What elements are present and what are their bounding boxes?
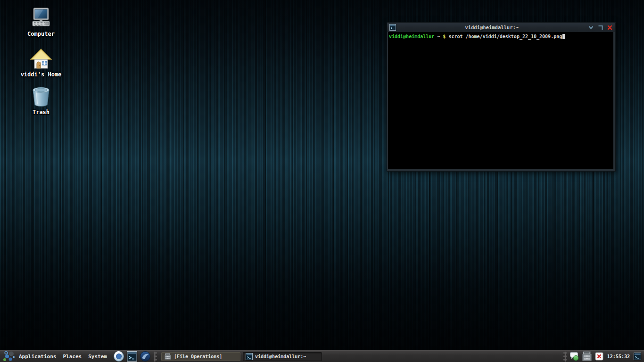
terminal-window: viddi@heimdallur:~ (387, 22, 616, 172)
desktop-icon-label: Computer (27, 31, 55, 37)
tray-alert[interactable] (595, 352, 603, 361)
trash-icon (32, 86, 50, 107)
computer-icon (30, 8, 52, 29)
terminal-cursor (562, 34, 565, 39)
launcher-terminal[interactable] (127, 351, 137, 362)
taskbar-item-terminal[interactable]: viddi@heimdallur:~ (243, 352, 322, 361)
chevron-down-icon (588, 25, 594, 31)
web-browser-icon (114, 351, 124, 362)
menu-places[interactable]: Places (59, 351, 85, 362)
terminal-titlebar[interactable]: viddi@heimdallur:~ (387, 23, 615, 32)
distro-logo-icon (2, 351, 15, 362)
taskbar-item-label: viddi@heimdallur:~ (255, 354, 306, 359)
launcher-web-browser[interactable] (114, 351, 124, 362)
desktop-icon-trash[interactable]: Trash (15, 86, 67, 115)
desktop-icon-label: viddi's Home (21, 71, 62, 78)
tray-messenger[interactable] (570, 352, 579, 361)
maximize-icon (597, 25, 603, 31)
messenger-bubble-icon (570, 352, 579, 361)
home-icon (30, 48, 52, 70)
file-operations-icon (164, 353, 172, 360)
prompt-user: viddi@heimdallur (389, 34, 434, 39)
terminal-content[interactable]: viddi@heimdallur~$scrot /home/viddi/desk… (388, 32, 613, 169)
file-cabinet-icon (581, 351, 593, 362)
workspace-pager[interactable] (633, 353, 642, 360)
alert-x-icon (595, 352, 603, 361)
main-menu-button[interactable] (2, 351, 15, 362)
tray-file-cabinet[interactable] (581, 351, 593, 362)
terminal-prompt-line: viddi@heimdallur~$scrot /home/viddi/desk… (389, 33, 612, 40)
launcher-network-app[interactable] (140, 351, 150, 362)
tray-handle[interactable] (563, 352, 567, 362)
desktop-icon-label: Trash (33, 109, 50, 115)
panel-handle[interactable] (154, 352, 157, 362)
taskbar-item-label: [File Operations] (174, 354, 222, 359)
close-icon (607, 25, 613, 31)
window-title: viddi@heimdallur:~ (398, 25, 586, 30)
terminal-launcher-icon (127, 351, 137, 362)
clock[interactable]: 12:55:32 (607, 354, 630, 359)
network-app-icon (140, 351, 150, 362)
typed-command: scrot /home/viddi/desktop_22_10_2009.png (448, 34, 562, 39)
menu-system[interactable]: System (85, 351, 110, 362)
menu-applications[interactable]: Applications (16, 351, 59, 362)
desktop-wallpaper: Computer viddi's Home (0, 0, 644, 362)
titlebar-buttons (588, 25, 613, 31)
minimize-button[interactable] (588, 25, 594, 31)
taskbar-item-file-operations[interactable]: [File Operations] (161, 352, 240, 361)
terminal-workspace-icon (633, 353, 642, 360)
terminal-icon (246, 353, 253, 360)
maximize-button[interactable] (597, 25, 603, 31)
bottom-panel: Applications Places System (0, 350, 644, 362)
prompt-path: ~ (437, 34, 440, 39)
close-button[interactable] (607, 25, 613, 31)
desktop-icon-home[interactable]: viddi's Home (15, 48, 67, 78)
terminal-icon (389, 24, 396, 31)
desktop-icon-computer[interactable]: Computer (15, 8, 67, 37)
prompt-symbol: $ (443, 34, 446, 39)
